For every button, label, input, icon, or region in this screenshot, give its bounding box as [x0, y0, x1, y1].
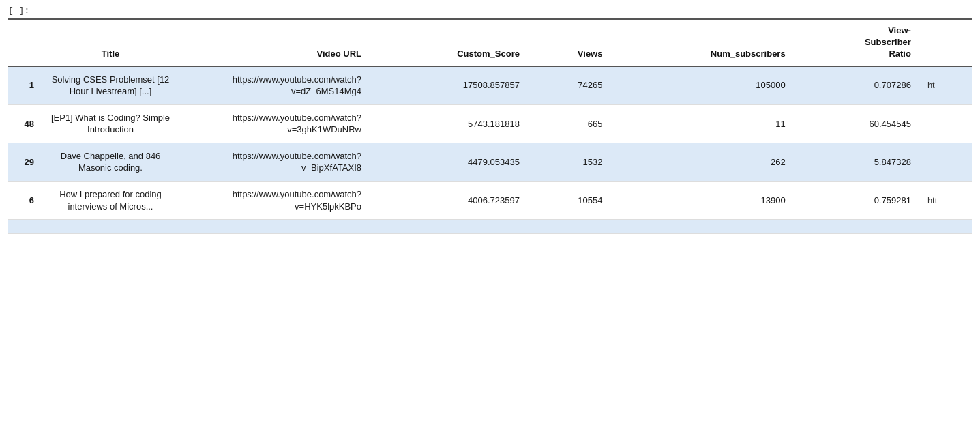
col-header-extra	[919, 19, 972, 66]
cell-title: Dave Chappelle, and 846 Masonic coding.	[42, 143, 179, 181]
cell-title: How I prepared for coding interviews of …	[42, 181, 179, 219]
table-container: Title Video URL Custom_Score Views Num_s…	[0, 18, 980, 234]
table-body: 1Solving CSES Problemset [12 Hour Livest…	[8, 66, 972, 234]
cell-ratio: 5.847328	[794, 143, 919, 181]
cell-views: 10554	[528, 181, 610, 219]
col-header-views: Views	[528, 19, 610, 66]
col-header-ratio: View-SubscriberRatio	[794, 19, 919, 66]
cell-custom-score: 4479.053435	[370, 143, 528, 181]
cell-extra: htt	[919, 181, 972, 219]
cell-num-subscribers: 262	[610, 143, 793, 181]
cell-custom-score: 4006.723597	[370, 181, 528, 219]
cell-num-subscribers: 11	[610, 104, 793, 143]
cell-index: 6	[8, 181, 42, 219]
col-header-video-url: Video URL	[179, 19, 370, 66]
cell-title: Solving CSES Problemset [12 Hour Livestr…	[42, 66, 179, 105]
cell-custom-score: 17508.857857	[370, 66, 528, 105]
cell-video-url: https://www.youtube.com/watch?v=HYK5lpkK…	[179, 181, 370, 219]
data-table: Title Video URL Custom_Score Views Num_s…	[8, 18, 972, 234]
cell-video-url: https://www.youtube.com/watch?v=BipXfATA…	[179, 143, 370, 181]
cell-extra	[919, 143, 972, 181]
cell-index: 1	[8, 66, 42, 105]
col-header-index	[8, 19, 42, 66]
cell-title: [EP1] What is Coding? Simple Introductio…	[42, 104, 179, 143]
cell-num-subscribers: 105000	[610, 66, 793, 105]
cell-custom-score: 5743.181818	[370, 104, 528, 143]
cell-extra: ht	[919, 66, 972, 105]
notebook-prefix: [ ]:	[0, 0, 980, 18]
col-header-num-subscribers: Num_subscribers	[610, 19, 793, 66]
cell-ratio: 0.707286	[794, 66, 919, 105]
table-row: 29Dave Chappelle, and 846 Masonic coding…	[8, 143, 972, 181]
col-header-custom-score: Custom_Score	[370, 19, 528, 66]
cell-num-subscribers: 13900	[610, 181, 793, 219]
cell-video-url: https://www.youtube.com/watch?v=dZ_6MS14…	[179, 66, 370, 105]
col-header-title: Title	[42, 19, 179, 66]
table-row: 1Solving CSES Problemset [12 Hour Livest…	[8, 66, 972, 105]
cell-views: 74265	[528, 66, 610, 105]
cell-views: 665	[528, 104, 610, 143]
table-row: 48[EP1] What is Coding? Simple Introduct…	[8, 104, 972, 143]
cell-video-url: https://www.youtube.com/watch?v=3ghK1WDu…	[179, 104, 370, 143]
table-header-row: Title Video URL Custom_Score Views Num_s…	[8, 19, 972, 66]
cell-ratio: 0.759281	[794, 181, 919, 219]
cell-ratio: 60.454545	[794, 104, 919, 143]
cell-views: 1532	[528, 143, 610, 181]
cell-index: 48	[8, 104, 42, 143]
cell-index: 29	[8, 143, 42, 181]
cell-extra	[919, 104, 972, 143]
table-row-empty	[8, 220, 972, 234]
table-row: 6How I prepared for coding interviews of…	[8, 181, 972, 219]
